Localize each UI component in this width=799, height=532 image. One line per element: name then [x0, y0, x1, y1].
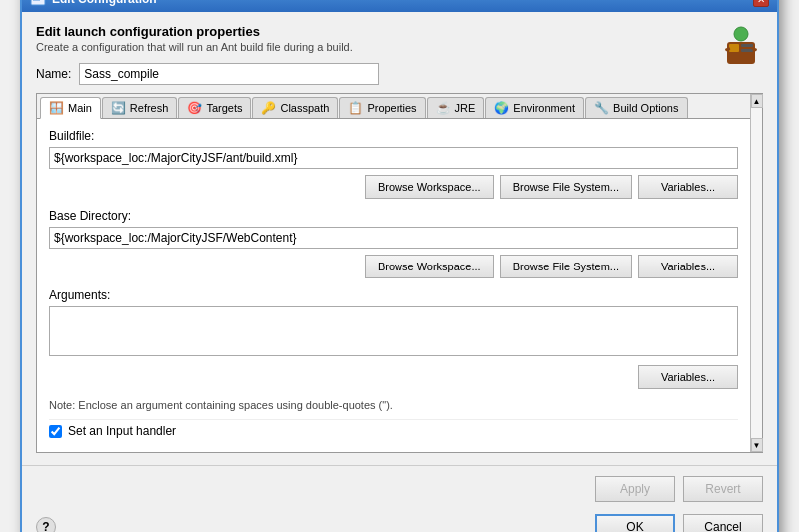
- input-handler-checkbox[interactable]: [49, 425, 62, 438]
- buildfile-variables-button[interactable]: Variables...: [638, 175, 738, 199]
- checkbox-row: Set an Input handler: [49, 419, 738, 442]
- edit-configuration-dialog: Edit Configuration ✕ Edit launch configu…: [20, 0, 779, 532]
- tab-build-options-label: Build Options: [613, 102, 678, 114]
- base-directory-group: Base Directory: Browse Workspace... Brow…: [49, 209, 738, 278]
- tab-main-label: Main: [68, 102, 92, 114]
- arguments-variables-button[interactable]: Variables...: [638, 365, 738, 389]
- arguments-button-row: Variables...: [49, 365, 738, 389]
- base-directory-button-row: Browse Workspace... Browse File System..…: [49, 255, 738, 278]
- tab-build-options[interactable]: 🔧 Build Options: [585, 97, 687, 118]
- svg-rect-5: [729, 44, 739, 52]
- title-bar: Edit Configuration ✕: [22, 0, 777, 12]
- help-button[interactable]: ?: [36, 517, 56, 532]
- dialog-icon: [30, 0, 46, 7]
- panel-inner: 🪟 Main 🔄 Refresh 🎯 Targets 🔑 Classpath: [37, 94, 750, 452]
- main-panel: 🪟 Main 🔄 Refresh 🎯 Targets 🔑 Classpath: [36, 93, 763, 453]
- close-button[interactable]: ✕: [753, 0, 769, 7]
- buildfile-button-row: Browse Workspace... Browse File System..…: [49, 175, 738, 199]
- build-options-tab-icon: 🔧: [594, 101, 609, 115]
- dialog-header: Edit launch configuration properties Cre…: [36, 24, 763, 53]
- panel-content: Buildfile: Browse Workspace... Browse Fi…: [37, 119, 750, 452]
- tab-jre[interactable]: ☕ JRE: [427, 97, 485, 118]
- jre-tab-icon: ☕: [436, 101, 451, 115]
- tab-refresh-label: Refresh: [130, 102, 169, 114]
- cancel-button[interactable]: Cancel: [683, 514, 763, 532]
- tab-classpath[interactable]: 🔑 Classpath: [252, 97, 338, 118]
- environment-tab-icon: 🌍: [494, 101, 509, 115]
- apply-button[interactable]: Apply: [595, 476, 675, 502]
- dialog-subtitle: Create a configuration that will run an …: [36, 41, 763, 53]
- header-area: Edit launch configuration properties Cre…: [36, 24, 763, 53]
- basedir-browse-file-system-button[interactable]: Browse File System...: [500, 255, 632, 278]
- input-handler-label: Set an Input handler: [68, 424, 176, 438]
- tab-environment[interactable]: 🌍 Environment: [485, 97, 584, 118]
- classpath-tab-icon: 🔑: [261, 101, 276, 115]
- targets-tab-icon: 🎯: [187, 101, 202, 115]
- tab-properties[interactable]: 📋 Properties: [339, 97, 425, 118]
- dialog-title: Edit launch configuration properties: [36, 24, 763, 39]
- svg-rect-6: [741, 44, 753, 47]
- scroll-down-button[interactable]: ▼: [751, 438, 763, 452]
- footer-bar: ? OK Cancel: [22, 508, 777, 532]
- tab-targets-label: Targets: [206, 102, 242, 114]
- refresh-tab-icon: 🔄: [111, 101, 126, 115]
- basedir-variables-button[interactable]: Variables...: [638, 255, 738, 278]
- svg-rect-2: [33, 0, 40, 1]
- scroll-up-button[interactable]: ▲: [751, 94, 763, 108]
- tab-main[interactable]: 🪟 Main: [40, 97, 101, 119]
- svg-rect-7: [741, 49, 753, 52]
- ant-logo-svg: [719, 24, 763, 68]
- title-bar-controls: ✕: [753, 0, 769, 7]
- tabs-bar: 🪟 Main 🔄 Refresh 🎯 Targets 🔑 Classpath: [37, 94, 750, 119]
- bottom-buttons: Apply Revert: [22, 465, 777, 508]
- tab-environment-label: Environment: [513, 102, 575, 114]
- note-text: Note: Enclose an argument containing spa…: [49, 399, 738, 411]
- tab-refresh[interactable]: 🔄 Refresh: [102, 97, 178, 118]
- buildfile-group: Buildfile: Browse Workspace... Browse Fi…: [49, 129, 738, 199]
- footer-buttons: OK Cancel: [595, 514, 763, 532]
- properties-tab-icon: 📋: [348, 101, 363, 115]
- title-bar-left: Edit Configuration: [30, 0, 157, 7]
- svg-point-3: [734, 27, 748, 41]
- tab-properties-label: Properties: [367, 102, 416, 114]
- name-label: Name:: [36, 67, 71, 81]
- tab-jre-label: JRE: [455, 102, 476, 114]
- base-directory-input[interactable]: [49, 227, 738, 249]
- svg-rect-0: [31, 0, 45, 5]
- title-bar-text: Edit Configuration: [52, 0, 157, 6]
- buildfile-browse-workspace-button[interactable]: Browse Workspace...: [365, 175, 494, 199]
- ok-button[interactable]: OK: [595, 514, 675, 532]
- main-tab-icon: 🪟: [49, 101, 64, 115]
- arguments-label: Arguments:: [49, 288, 738, 302]
- name-input[interactable]: [79, 63, 379, 85]
- name-row: Name:: [36, 63, 763, 85]
- panel-scrollbar[interactable]: ▲ ▼: [750, 94, 762, 452]
- scroll-track: [751, 108, 762, 438]
- tab-targets[interactable]: 🎯 Targets: [178, 97, 251, 118]
- ant-logo: [719, 24, 763, 71]
- buildfile-input[interactable]: [49, 147, 738, 169]
- buildfile-browse-file-system-button[interactable]: Browse File System...: [500, 175, 632, 199]
- revert-button[interactable]: Revert: [683, 476, 763, 502]
- tab-classpath-label: Classpath: [280, 102, 329, 114]
- basedir-browse-workspace-button[interactable]: Browse Workspace...: [365, 255, 494, 278]
- buildfile-label: Buildfile:: [49, 129, 738, 143]
- base-directory-label: Base Directory:: [49, 209, 738, 223]
- arguments-group: Arguments: Variables...: [49, 288, 738, 389]
- arguments-input[interactable]: [49, 306, 738, 356]
- dialog-content: Edit launch configuration properties Cre…: [22, 12, 777, 465]
